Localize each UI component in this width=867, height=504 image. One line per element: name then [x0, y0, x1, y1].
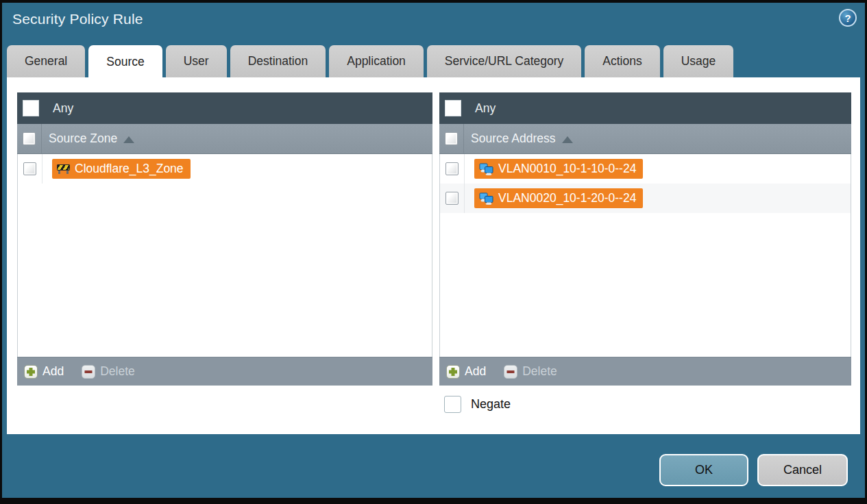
- source-address-list: VLAN0010_10-1-10-0--24: [439, 154, 851, 357]
- source-zone-list: Cloudflare_L3_Zone: [17, 154, 432, 357]
- tab-actions[interactable]: Actions: [585, 45, 659, 77]
- source-address-column-title: Source Address: [471, 131, 556, 146]
- source-address-column-header[interactable]: Source Address: [439, 124, 851, 154]
- row-label: VLAN0010_10-1-10-0--24: [498, 162, 636, 176]
- source-zone-footer: Add Delete: [17, 357, 432, 386]
- source-tab-content: Any Source Zone Cloudflare_L3_Zone: [7, 77, 860, 434]
- tab-general[interactable]: General: [7, 45, 85, 77]
- source-zone-column-title: Source Zone: [49, 131, 117, 146]
- source-address-any-row: Any: [439, 92, 851, 124]
- delete-label: Delete: [522, 364, 557, 379]
- address-icon: [479, 192, 493, 205]
- dialog-title: Security Policy Rule: [12, 11, 143, 27]
- source-address-any-label: Any: [475, 101, 496, 116]
- dialog-titlebar: Security Policy Rule ?: [0, 0, 867, 45]
- help-icon[interactable]: ?: [839, 9, 857, 27]
- delete-label: Delete: [100, 364, 135, 379]
- address-chip[interactable]: VLAN0020_10-1-20-0--24: [474, 188, 643, 208]
- zone-icon: [57, 164, 70, 174]
- row-checkbox[interactable]: [445, 192, 459, 205]
- source-zone-any-checkbox[interactable]: [23, 100, 39, 116]
- minus-icon: [504, 365, 517, 379]
- source-zone-any-row: Any: [17, 92, 432, 124]
- address-icon: [479, 163, 493, 175]
- plus-icon: [24, 365, 38, 379]
- row-checkbox[interactable]: [445, 162, 459, 175]
- negate-checkbox[interactable]: [444, 396, 461, 413]
- tab-service-url-category[interactable]: Service/URL Category: [427, 45, 581, 77]
- tab-application[interactable]: Application: [329, 45, 424, 77]
- table-row[interactable]: VLAN0020_10-1-20-0--24: [440, 184, 851, 213]
- plus-icon: [446, 365, 460, 379]
- row-label: Cloudflare_L3_Zone: [75, 162, 184, 176]
- source-zone-any-label: Any: [53, 101, 73, 116]
- row-checkbox[interactable]: [23, 162, 36, 175]
- tab-user[interactable]: User: [166, 45, 227, 77]
- tab-bar: General Source User Destination Applicat…: [7, 45, 733, 77]
- add-label: Add: [42, 364, 64, 379]
- delete-button[interactable]: Delete: [82, 364, 135, 379]
- add-button[interactable]: Add: [446, 364, 486, 379]
- source-address-selectall-checkbox[interactable]: [445, 132, 458, 145]
- source-zone-selectall-checkbox[interactable]: [23, 132, 36, 145]
- minus-icon: [82, 365, 95, 379]
- zone-chip[interactable]: Cloudflare_L3_Zone: [52, 159, 191, 179]
- source-zone-panel: Any Source Zone Cloudflare_L3_Zone: [17, 92, 432, 386]
- delete-button[interactable]: Delete: [504, 364, 557, 379]
- source-address-footer: Add Delete: [439, 357, 851, 386]
- negate-label: Negate: [471, 397, 511, 412]
- tab-destination[interactable]: Destination: [230, 45, 326, 77]
- table-row[interactable]: VLAN0010_10-1-10-0--24: [440, 154, 851, 184]
- table-row[interactable]: Cloudflare_L3_Zone: [18, 154, 432, 184]
- tab-source[interactable]: Source: [88, 45, 162, 79]
- sort-asc-icon: [123, 136, 134, 143]
- source-zone-column-header[interactable]: Source Zone: [17, 124, 432, 154]
- ok-button[interactable]: OK: [659, 454, 748, 486]
- security-policy-rule-dialog: Security Policy Rule ? General Source Us…: [0, 0, 867, 504]
- tab-usage[interactable]: Usage: [663, 45, 734, 77]
- source-address-panel: Any Source Address: [439, 92, 851, 386]
- add-button[interactable]: Add: [24, 364, 64, 379]
- cancel-button[interactable]: Cancel: [757, 454, 848, 486]
- row-label: VLAN0020_10-1-20-0--24: [498, 191, 636, 205]
- sort-asc-icon: [562, 136, 573, 143]
- add-label: Add: [465, 364, 486, 379]
- source-address-any-checkbox[interactable]: [445, 100, 461, 116]
- address-chip[interactable]: VLAN0010_10-1-10-0--24: [474, 159, 643, 179]
- negate-control: Negate: [444, 396, 511, 413]
